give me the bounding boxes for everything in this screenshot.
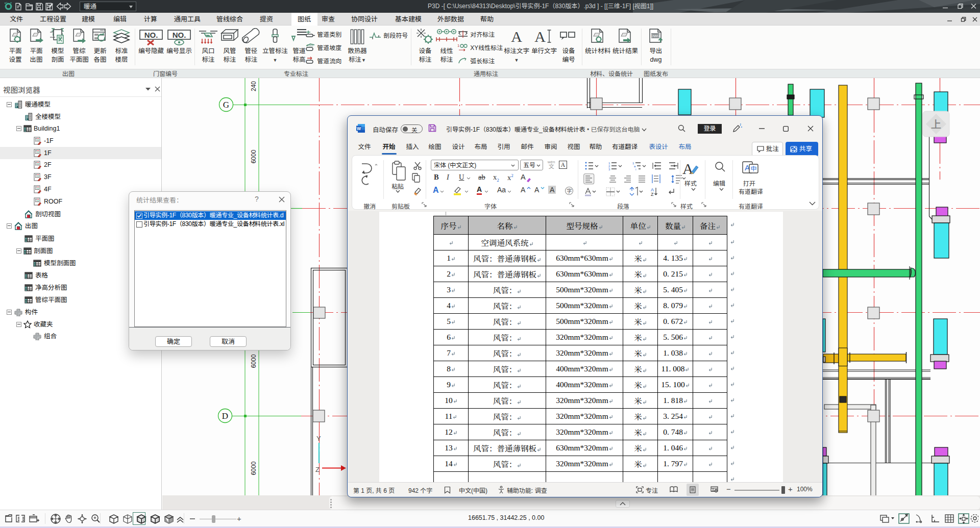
svg-text:G: G [223, 100, 229, 110]
svg-text:0.003: 0.003 [307, 44, 313, 47]
svg-text:A: A [682, 161, 694, 177]
svg-text:DWG: DWG [651, 34, 660, 38]
svg-text:上: 上 [931, 116, 941, 131]
svg-text:i: i [635, 168, 636, 171]
svg-text:A: A [511, 28, 522, 45]
svg-text:6000: 6000 [250, 149, 257, 163]
svg-text:3: 3 [608, 168, 610, 171]
svg-text:Z: Z [315, 466, 320, 473]
svg-text:Z: Z [651, 192, 654, 197]
svg-text:W: W [357, 126, 361, 131]
svg-text:字: 字 [567, 187, 572, 194]
svg-text:240: 240 [250, 81, 257, 91]
svg-text:中: 中 [750, 164, 756, 172]
svg-text:A: A [534, 28, 546, 45]
svg-text:6000: 6000 [250, 461, 257, 475]
svg-text:Y: Y [316, 435, 321, 442]
svg-text:1: 1 [457, 43, 460, 48]
svg-text:D: D [222, 411, 228, 421]
svg-text:NO.: NO. [173, 31, 186, 39]
svg-text:6000: 6000 [250, 354, 257, 368]
svg-text:NO.: NO. [144, 31, 158, 39]
